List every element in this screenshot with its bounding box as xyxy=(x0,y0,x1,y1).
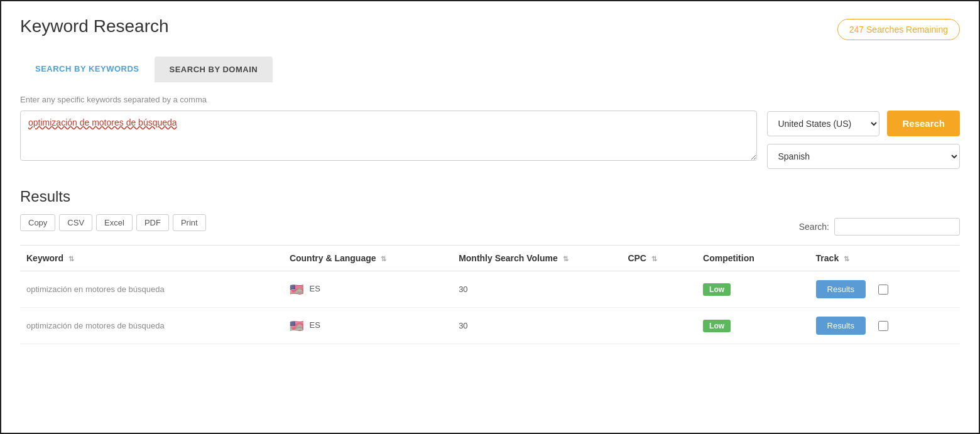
row2-keyword: optimización de motores de búsqueda xyxy=(20,308,283,344)
export-pdf-button[interactable]: PDF xyxy=(136,214,169,231)
searches-remaining-badge: 247 Searches Remaining xyxy=(837,19,960,40)
col-header-competition[interactable]: Competition xyxy=(697,246,810,271)
country-select[interactable]: United States (US) United Kingdom (UK) C… xyxy=(767,111,879,136)
table-search-label: Search: xyxy=(799,222,829,232)
col-header-cpc[interactable]: CPC ⇅ xyxy=(621,246,697,271)
sort-icon-volume: ⇅ xyxy=(563,255,569,263)
row1-track: Results xyxy=(810,271,960,308)
row2-track-checkbox[interactable] xyxy=(878,321,888,331)
page-title: Keyword Research xyxy=(20,16,169,36)
export-print-button[interactable]: Print xyxy=(173,214,206,231)
table-row: optimización en motores de búsqueda 🇺🇸 E… xyxy=(20,271,960,308)
export-csv-button[interactable]: CSV xyxy=(59,214,92,231)
row2-keyword-link[interactable]: optimización de motores de búsqueda xyxy=(26,321,165,330)
row1-track-checkbox[interactable] xyxy=(878,285,888,295)
search-row: optimización de motores de búsqueda Unit… xyxy=(20,111,960,169)
row2-country-language: 🇺🇸 ES xyxy=(283,308,452,344)
tab-search-by-keywords[interactable]: SEARCH BY KEYWORDS xyxy=(20,57,155,82)
row2-cpc xyxy=(621,308,697,344)
results-table: Keyword ⇅ Country & Language ⇅ Monthly S… xyxy=(20,245,960,344)
sort-icon-country: ⇅ xyxy=(381,255,386,263)
keyword-textarea[interactable]: optimización de motores de búsqueda xyxy=(20,111,757,161)
col-header-country-language[interactable]: Country & Language ⇅ xyxy=(283,246,452,271)
search-hint: Enter any specific keywords separated by… xyxy=(20,95,960,104)
tab-search-by-domain[interactable]: SEARCH BY DOMAIN xyxy=(155,57,273,82)
row2-results-button[interactable]: Results xyxy=(816,317,866,335)
row2-volume: 30 xyxy=(452,308,621,344)
col-header-monthly-search-volume[interactable]: Monthly Search Volume ⇅ xyxy=(452,246,621,271)
page-wrapper: Keyword Research 247 Searches Remaining … xyxy=(0,0,980,434)
row1-cpc xyxy=(621,271,697,308)
right-controls: United States (US) United Kingdom (UK) C… xyxy=(767,111,960,169)
sort-icon-track: ⇅ xyxy=(844,255,849,263)
sort-icon-keyword: ⇅ xyxy=(68,255,74,263)
col-header-keyword[interactable]: Keyword ⇅ xyxy=(20,246,283,271)
row2-lang-code: ES xyxy=(310,320,320,330)
results-section: Results Copy CSV Excel PDF Print Search:… xyxy=(1,175,979,344)
search-section: Enter any specific keywords separated by… xyxy=(1,82,979,175)
results-title: Results xyxy=(20,188,960,205)
row2-competition-badge: Low xyxy=(703,320,731,332)
header: Keyword Research 247 Searches Remaining xyxy=(1,1,979,50)
row1-lang-code: ES xyxy=(310,284,320,293)
export-copy-button[interactable]: Copy xyxy=(20,214,55,231)
row2-track: Results xyxy=(810,308,960,344)
row1-competition-badge: Low xyxy=(703,283,731,296)
country-and-research: United States (US) United Kingdom (UK) C… xyxy=(767,111,960,136)
row1-competition: Low xyxy=(697,271,810,308)
export-buttons: Copy CSV Excel PDF Print xyxy=(20,214,206,231)
row1-track-cell: Results xyxy=(816,280,954,298)
row1-keyword-link[interactable]: optimización en motores de búsqueda xyxy=(26,285,165,294)
research-button[interactable]: Research xyxy=(887,111,960,136)
table-header-row: Keyword ⇅ Country & Language ⇅ Monthly S… xyxy=(20,246,960,271)
row2-flag: 🇺🇸 xyxy=(290,320,303,332)
table-search-input[interactable] xyxy=(834,218,960,236)
export-excel-button[interactable]: Excel xyxy=(96,214,133,231)
row1-results-button[interactable]: Results xyxy=(816,280,866,298)
tabs-row: SEARCH BY KEYWORDS SEARCH BY DOMAIN xyxy=(1,57,979,82)
sort-icon-cpc: ⇅ xyxy=(651,255,657,263)
row1-keyword: optimización en motores de búsqueda xyxy=(20,271,283,308)
row1-country-language: 🇺🇸 ES xyxy=(283,271,452,308)
table-row: optimización de motores de búsqueda 🇺🇸 E… xyxy=(20,308,960,344)
row1-flag: 🇺🇸 xyxy=(290,283,303,296)
row2-track-cell: Results xyxy=(816,317,954,335)
row1-volume: 30 xyxy=(452,271,621,308)
language-select[interactable]: Spanish English French German Italian xyxy=(767,144,960,169)
col-header-track[interactable]: Track ⇅ xyxy=(810,246,960,271)
row2-competition: Low xyxy=(697,308,810,344)
